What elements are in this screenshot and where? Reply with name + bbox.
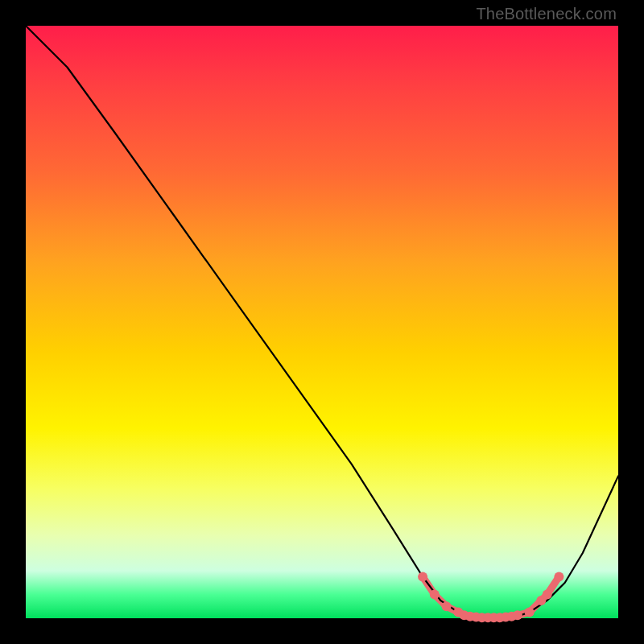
plot-area: [26, 26, 618, 618]
attribution-text: TheBottleneck.com: [476, 5, 617, 23]
highlight-point: [513, 610, 522, 620]
highlight-point: [418, 572, 427, 582]
bottleneck-curve-line: [26, 26, 618, 618]
chart-svg: [26, 26, 618, 618]
highlight-point: [430, 590, 440, 600]
highlight-point: [543, 590, 552, 600]
highlight-point: [442, 601, 452, 611]
highlight-point: [525, 608, 535, 617]
chart-frame: TheBottleneck.com: [0, 0, 644, 644]
highlight-point: [554, 572, 564, 582]
